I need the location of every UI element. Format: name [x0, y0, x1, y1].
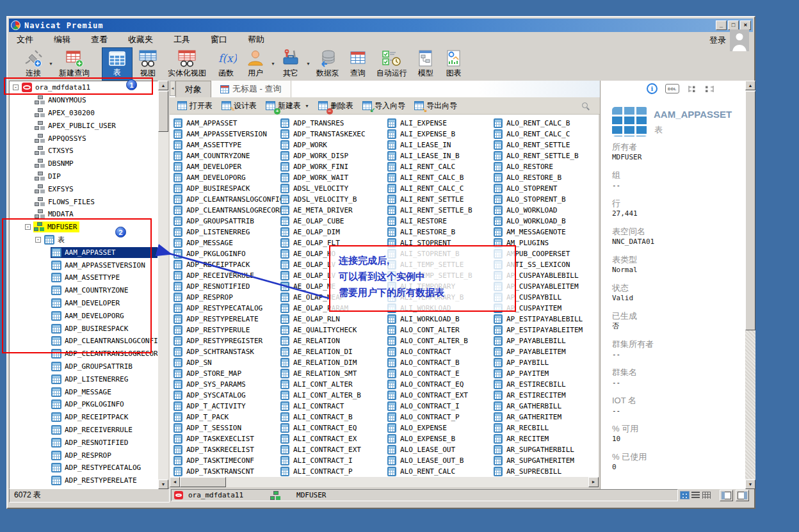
table-list-item[interactable]: AE_OLAP_CUBE: [280, 216, 387, 227]
materialized-views-button[interactable]: 实体化视图: [163, 47, 211, 81]
new-query-button[interactable]: 新建查询: [54, 47, 94, 81]
table-list-item[interactable]: AAM_DEVELOPORG: [174, 172, 280, 183]
table-list-item[interactable]: ALO_RENT_SETTLE_B: [494, 150, 599, 161]
tree-item[interactable]: AAM_COUNTRYZONE: [10, 284, 157, 297]
table-list-item[interactable]: ADP_RECEIPTPACK: [174, 259, 280, 270]
big-icons-view-button[interactable]: [681, 492, 689, 499]
tree-item[interactable]: ADP_RESTYPERELATE: [10, 474, 157, 487]
scroll-left-button[interactable]: ◄: [170, 477, 180, 487]
table-list-item[interactable]: AR_SUPGATHERBILL: [494, 444, 599, 455]
table-list-item[interactable]: AP_PAYABLEBILL: [494, 335, 599, 346]
table-list-item[interactable]: ALI_EXPENSE: [387, 118, 494, 129]
table-list-item[interactable]: ADP_CLEANTRANSLOGCONFIG: [174, 194, 280, 205]
tree-item[interactable]: ADP_LISTENERREG: [10, 373, 157, 385]
scrollbar-thumb[interactable]: [180, 477, 226, 487]
table-list-item[interactable]: ADP_MESSAGE: [174, 238, 280, 248]
table-list-item[interactable]: ALO_RENT_SETTLE: [494, 140, 599, 150]
scroll-down-button[interactable]: ▼: [745, 480, 755, 489]
table-list-item[interactable]: AE_RELATION_DI: [280, 346, 387, 357]
table-list-item[interactable]: ADP_RESPROP: [174, 292, 280, 303]
tree-item[interactable]: MDDATA: [10, 208, 157, 221]
table-list-item[interactable]: AE_META_DRIVER: [280, 205, 387, 216]
table-list-item[interactable]: ALO_CONTRACT_E: [387, 368, 494, 379]
table-list-item[interactable]: ADP_RECEIVERRULE: [174, 270, 280, 281]
table-list-item[interactable]: AR_ESTIRECITEM: [494, 390, 599, 401]
table-list-item[interactable]: AE_OLAP_DIM: [280, 227, 387, 238]
tree-expand-toggle[interactable]: [13, 85, 19, 90]
table-list-item[interactable]: ALI_CONT_ALTER: [280, 379, 387, 390]
table-list-item[interactable]: ALO_LEASE_OUT: [387, 444, 494, 455]
table-list-item[interactable]: AR_GATHERBILL: [494, 401, 599, 412]
table-list-item[interactable]: AM_MESSAGENOTE: [494, 227, 599, 238]
automation-button[interactable]: 自动运行: [372, 47, 412, 81]
table-list-item[interactable]: ADP_T_SESSION: [174, 423, 280, 433]
tree-item[interactable]: DIP: [10, 170, 157, 183]
title-bar[interactable]: Navicat Premium _ □ ×: [9, 19, 753, 32]
table-list-item[interactable]: AE_RELATION: [280, 335, 387, 346]
table-list-item[interactable]: AE_RELATION_DIM: [280, 357, 387, 368]
tree-item[interactable]: DBSNMP: [10, 157, 157, 170]
open-table-button[interactable]: 打开表: [174, 99, 216, 113]
sidebar-collapse-handle[interactable]: ◄: [170, 81, 175, 96]
search-icon[interactable]: [581, 102, 590, 110]
scrollbar-track[interactable]: [745, 330, 755, 479]
tree-scrollbar[interactable]: ▲ ▼: [158, 81, 168, 489]
table-list-item[interactable]: AP_PAYABLEITEM: [494, 346, 599, 357]
tree-item[interactable]: APPQOSSYS: [10, 132, 157, 145]
table-list-item[interactable]: AE_OLAP_RLN: [280, 314, 387, 325]
table-list-item[interactable]: ALO_WORKLOAD: [494, 205, 599, 216]
info-tab-icon[interactable]: [647, 83, 658, 94]
tree-item[interactable]: AAM_DEVELOPER: [10, 297, 157, 310]
tree-item[interactable]: 表: [10, 234, 157, 246]
table-list-item[interactable]: ADP_WORK: [280, 140, 387, 150]
functions-button[interactable]: f(x) 函数: [211, 47, 241, 81]
table-list-item[interactable]: ALI_RENT_SETTLE_B: [387, 205, 494, 216]
table-list-item[interactable]: ALI_LEASE_IN: [387, 140, 494, 150]
table-list-item[interactable]: AE_RELATION_SMT: [280, 368, 387, 379]
menu-item[interactable]: 帮助: [248, 34, 264, 45]
table-list-item[interactable]: ADP_T_PACK: [174, 412, 280, 423]
scroll-up-button[interactable]: ▲: [745, 81, 755, 90]
grid-horizontal-scrollbar[interactable]: ◄ ►: [170, 477, 599, 487]
table-list-item[interactable]: ALI_EXPENSE_B: [387, 129, 494, 140]
menu-item[interactable]: 窗口: [211, 34, 227, 45]
toggle-right-pane-button[interactable]: [736, 490, 749, 501]
tables-button[interactable]: 表: [102, 47, 133, 81]
tree-item[interactable]: FLOWS_FILES: [10, 195, 157, 208]
table-list-item[interactable]: ADP_SN: [174, 357, 280, 368]
connection-dropdown-arrow[interactable]: ▼: [47, 61, 54, 66]
scrollbar-thumb[interactable]: [158, 91, 168, 132]
maximize-button[interactable]: □: [728, 20, 739, 30]
table-list-item[interactable]: ALI_RENT_CALC_C: [387, 183, 494, 194]
table-list-item[interactable]: AE_QUALITYCHECK: [280, 325, 387, 335]
table-list-item[interactable]: ALO_WORKLOAD_B: [494, 216, 599, 227]
detail-view-button[interactable]: [702, 492, 711, 499]
table-list-item[interactable]: ADP_RESTYPREGISTER: [174, 335, 280, 346]
table-list-item[interactable]: ADP_TRANSRES: [280, 118, 387, 129]
table-list-item[interactable]: ALI_RENT_CALC: [387, 161, 494, 172]
table-list-item[interactable]: ALI_CONTRACT_EXT: [280, 444, 387, 455]
tree-item[interactable]: ADP_CLEANTRANSLOGCONFIG: [10, 335, 157, 348]
table-list-item[interactable]: ALI_CONTRACT_B: [280, 412, 387, 423]
tree-item[interactable]: ANONYMOUS: [10, 94, 157, 107]
table-list-item[interactable]: AR_GATHERITEM: [494, 412, 599, 423]
new-table-dropdown-arrow[interactable]: ▼: [305, 104, 309, 108]
connection-button[interactable]: 连接: [19, 47, 47, 81]
table-list-item[interactable]: AP_ESTIPAYABLEBILL: [494, 314, 599, 325]
table-list-item[interactable]: ADP_WORK_DISP: [280, 150, 387, 161]
table-list-item[interactable]: AR_SUPGATHERITEM: [494, 455, 599, 466]
table-list-item[interactable]: ALI_CONTRACT_EQ: [280, 423, 387, 433]
table-list-item[interactable]: ALO_RENT_CALC_C: [494, 129, 599, 140]
menu-item[interactable]: 编辑: [54, 34, 70, 45]
export-wizard-button[interactable]: ↘ 导出向导: [410, 99, 461, 113]
design-table-button[interactable]: ✎ 设计表: [218, 99, 261, 113]
table-list-item[interactable]: ADP_SYSCATALOG: [174, 390, 280, 401]
import-wizard-button[interactable]: ↙ 导入向导: [359, 99, 409, 113]
table-list-item[interactable]: ALO_EXPENSE: [387, 423, 494, 433]
tree-item[interactable]: APEX_030200: [10, 107, 157, 120]
new-table-button[interactable]: + 新建表 ▼: [262, 99, 313, 113]
table-list-item[interactable]: AAM_COUNTRYZONE: [174, 150, 280, 161]
table-list-item[interactable]: ADP_TASKRECELIST: [174, 444, 280, 455]
tree-expand-toggle[interactable]: [25, 224, 31, 230]
users-button[interactable]: 用户: [241, 47, 270, 81]
